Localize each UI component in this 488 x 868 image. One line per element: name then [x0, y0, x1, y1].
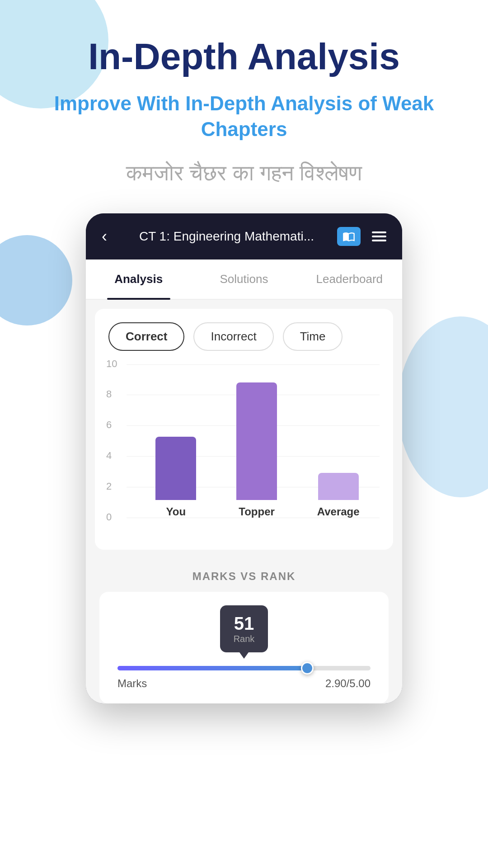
slider-fill — [117, 666, 307, 670]
phone-header: ‹ CT 1: Engineering Mathemati... — [86, 213, 402, 259]
rank-card: 51 Rank Marks 2.90/5.00 — [99, 592, 389, 703]
chart-section: Correct Incorrect Time 10 — [95, 309, 393, 550]
header-icons — [337, 227, 386, 246]
bar-group-you: You — [155, 437, 196, 518]
grid-label-8: 8 — [106, 388, 112, 400]
grid-label-4: 4 — [106, 450, 112, 462]
phone-body: Analysis Solutions Leaderboard Correct — [86, 259, 402, 703]
bars-area: You Topper Average — [136, 364, 380, 518]
grid-label-6: 6 — [106, 419, 112, 431]
slider-labels: Marks 2.90/5.00 — [117, 677, 371, 690]
tabs-bar: Analysis Solutions Leaderboard — [86, 259, 402, 300]
tab-analysis[interactable]: Analysis — [86, 259, 191, 299]
grid-label-10: 10 — [106, 358, 117, 370]
filter-time[interactable]: Time — [283, 322, 343, 351]
filter-buttons: Correct Incorrect Time — [108, 322, 380, 351]
bar-label-you: You — [166, 505, 186, 518]
bar-you — [155, 437, 196, 500]
hamburger-line-2 — [372, 236, 386, 237]
bar-topper — [236, 382, 277, 500]
slider-thumb[interactable] — [301, 662, 314, 675]
filter-incorrect[interactable]: Incorrect — [193, 322, 273, 351]
bar-group-average: Average — [317, 473, 360, 518]
slider-label-marks: Marks — [117, 677, 147, 690]
bar-chart: 10 8 6 4 2 — [108, 364, 380, 536]
slider-label-score: 2.90/5.00 — [325, 677, 371, 690]
rank-bubble-container: 51 Rank — [113, 605, 375, 652]
marks-vs-rank-title: MARKS VS RANK — [99, 570, 389, 583]
grid-label-0: 0 — [106, 511, 112, 523]
bar-average — [318, 473, 359, 500]
rank-label: Rank — [234, 634, 255, 644]
content-wrapper: In-Depth Analysis Improve With In-Depth … — [0, 0, 488, 731]
back-button[interactable]: ‹ — [102, 227, 107, 246]
grid-label-2: 2 — [106, 481, 112, 492]
book-icon[interactable] — [337, 227, 361, 246]
bar-label-average: Average — [317, 505, 360, 518]
hamburger-line-3 — [372, 240, 386, 241]
header-title: CT 1: Engineering Mathemati... — [116, 229, 337, 244]
tab-leaderboard[interactable]: Leaderboard — [297, 259, 402, 299]
menu-icon[interactable] — [372, 231, 386, 241]
filter-correct[interactable]: Correct — [108, 322, 184, 351]
main-title: In-Depth Analysis — [27, 36, 461, 77]
slider-container: Marks 2.90/5.00 — [113, 666, 375, 690]
hindi-text: कमजोर चैछर का गहन विश्लेषण — [27, 160, 461, 186]
bar-group-topper: Topper — [236, 382, 277, 518]
tab-solutions[interactable]: Solutions — [191, 259, 296, 299]
subtitle: Improve With In-Depth Analysis of Weak C… — [27, 90, 461, 142]
hamburger-line-1 — [372, 231, 386, 233]
rank-bubble: 51 Rank — [220, 605, 268, 652]
phone-mockup: ‹ CT 1: Engineering Mathemati... — [86, 213, 402, 703]
slider-track[interactable] — [117, 666, 371, 670]
rank-number: 51 — [234, 613, 255, 634]
marks-vs-rank-section: MARKS VS RANK 51 Rank — [86, 559, 402, 703]
bar-label-topper: Topper — [239, 505, 275, 518]
